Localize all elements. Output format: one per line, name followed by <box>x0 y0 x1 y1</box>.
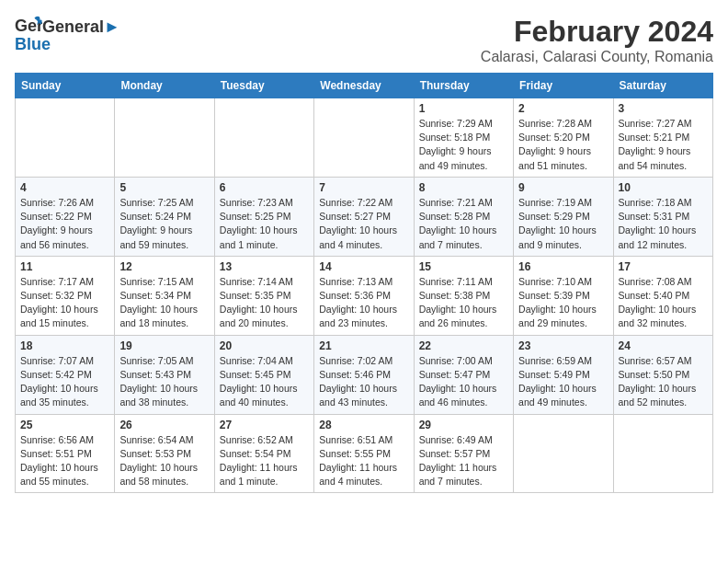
day-info: Sunrise: 7:28 AMSunset: 5:20 PMDaylight:… <box>518 117 608 173</box>
day-number: 6 <box>220 181 309 194</box>
day-number: 3 <box>619 102 708 115</box>
day-info: Sunrise: 7:29 AMSunset: 5:18 PMDaylight:… <box>419 117 508 173</box>
calendar-week-row: 25Sunrise: 6:56 AMSunset: 5:51 PMDayligh… <box>16 414 713 493</box>
calendar-cell: 14Sunrise: 7:13 AMSunset: 5:36 PMDayligh… <box>314 256 414 335</box>
calendar-cell: 18Sunrise: 7:07 AMSunset: 5:42 PMDayligh… <box>16 335 115 414</box>
day-info: Sunrise: 7:27 AMSunset: 5:21 PMDaylight:… <box>619 117 708 173</box>
calendar-cell: 6Sunrise: 7:23 AMSunset: 5:25 PMDaylight… <box>214 177 313 256</box>
day-number: 11 <box>20 260 109 273</box>
day-number: 12 <box>119 260 209 273</box>
calendar-cell: 3Sunrise: 7:27 AMSunset: 5:21 PMDaylight… <box>613 98 712 178</box>
page-title: February 2024 <box>481 15 713 49</box>
page-subtitle: Calarasi, Calarasi County, Romania <box>481 49 713 65</box>
calendar-header-saturday: Saturday <box>613 74 712 98</box>
day-info: Sunrise: 6:54 AMSunset: 5:53 PMDaylight:… <box>119 433 209 489</box>
day-number: 13 <box>220 260 309 273</box>
day-info: Sunrise: 6:52 AMSunset: 5:54 PMDaylight:… <box>220 433 309 489</box>
calendar-cell <box>115 98 214 178</box>
day-number: 24 <box>619 339 708 352</box>
day-number: 29 <box>419 419 508 431</box>
calendar-week-row: 18Sunrise: 7:07 AMSunset: 5:42 PMDayligh… <box>16 335 713 414</box>
calendar-cell: 25Sunrise: 6:56 AMSunset: 5:51 PMDayligh… <box>16 414 115 493</box>
day-info: Sunrise: 7:05 AMSunset: 5:43 PMDaylight:… <box>119 354 209 410</box>
calendar-header-tuesday: Tuesday <box>214 74 313 98</box>
calendar-cell <box>314 98 414 178</box>
day-number: 5 <box>119 181 209 194</box>
calendar-week-row: 11Sunrise: 7:17 AMSunset: 5:32 PMDayligh… <box>16 256 713 335</box>
day-info: Sunrise: 7:07 AMSunset: 5:42 PMDaylight:… <box>20 354 109 410</box>
calendar-cell: 12Sunrise: 7:15 AMSunset: 5:34 PMDayligh… <box>115 256 214 335</box>
day-info: Sunrise: 6:59 AMSunset: 5:49 PMDaylight:… <box>518 354 608 410</box>
day-info: Sunrise: 6:57 AMSunset: 5:50 PMDaylight:… <box>619 354 708 410</box>
day-info: Sunrise: 7:02 AMSunset: 5:46 PMDaylight:… <box>319 354 408 410</box>
calendar-cell: 13Sunrise: 7:14 AMSunset: 5:35 PMDayligh… <box>214 256 313 335</box>
title-block: February 2024 Calarasi, Calarasi County,… <box>481 15 713 65</box>
calendar-cell: 23Sunrise: 6:59 AMSunset: 5:49 PMDayligh… <box>514 335 613 414</box>
calendar-cell <box>16 98 115 178</box>
day-number: 8 <box>419 181 508 194</box>
calendar-cell: 9Sunrise: 7:19 AMSunset: 5:29 PMDaylight… <box>514 177 613 256</box>
day-number: 4 <box>20 181 109 194</box>
day-info: Sunrise: 7:22 AMSunset: 5:27 PMDaylight:… <box>319 196 408 252</box>
day-info: Sunrise: 7:23 AMSunset: 5:25 PMDaylight:… <box>220 196 309 252</box>
calendar-cell: 28Sunrise: 6:51 AMSunset: 5:55 PMDayligh… <box>314 414 414 493</box>
day-number: 9 <box>518 181 608 194</box>
calendar-cell: 2Sunrise: 7:28 AMSunset: 5:20 PMDaylight… <box>514 98 613 178</box>
calendar-cell: 16Sunrise: 7:10 AMSunset: 5:39 PMDayligh… <box>514 256 613 335</box>
calendar-cell: 4Sunrise: 7:26 AMSunset: 5:22 PMDaylight… <box>16 177 115 256</box>
calendar-week-row: 1Sunrise: 7:29 AMSunset: 5:18 PMDaylight… <box>16 98 713 178</box>
day-number: 17 <box>619 260 708 273</box>
day-number: 21 <box>319 339 408 352</box>
day-number: 28 <box>319 419 408 431</box>
day-info: Sunrise: 7:14 AMSunset: 5:35 PMDaylight:… <box>220 275 309 331</box>
calendar-table: SundayMondayTuesdayWednesdayThursdayFrid… <box>15 73 713 493</box>
calendar-cell: 1Sunrise: 7:29 AMSunset: 5:18 PMDaylight… <box>414 98 513 178</box>
calendar-cell: 26Sunrise: 6:54 AMSunset: 5:53 PMDayligh… <box>115 414 214 493</box>
day-info: Sunrise: 7:11 AMSunset: 5:38 PMDaylight:… <box>419 275 508 331</box>
day-info: Sunrise: 7:17 AMSunset: 5:32 PMDaylight:… <box>20 275 109 331</box>
calendar-cell <box>514 414 613 493</box>
logo-blue-label: Blue <box>15 35 51 54</box>
calendar-cell: 7Sunrise: 7:22 AMSunset: 5:27 PMDaylight… <box>314 177 414 256</box>
day-info: Sunrise: 7:00 AMSunset: 5:47 PMDaylight:… <box>419 354 508 410</box>
calendar-cell: 19Sunrise: 7:05 AMSunset: 5:43 PMDayligh… <box>115 335 214 414</box>
calendar-cell: 15Sunrise: 7:11 AMSunset: 5:38 PMDayligh… <box>414 256 513 335</box>
calendar-cell: 8Sunrise: 7:21 AMSunset: 5:28 PMDaylight… <box>414 177 513 256</box>
day-info: Sunrise: 7:13 AMSunset: 5:36 PMDaylight:… <box>319 275 408 331</box>
day-info: Sunrise: 7:10 AMSunset: 5:39 PMDaylight:… <box>518 275 608 331</box>
calendar-week-row: 4Sunrise: 7:26 AMSunset: 5:22 PMDaylight… <box>16 177 713 256</box>
calendar-cell: 21Sunrise: 7:02 AMSunset: 5:46 PMDayligh… <box>314 335 414 414</box>
page-header: Gen General► Blue February 2024 Calarasi… <box>15 15 713 65</box>
logo: Gen General► Blue <box>15 15 120 54</box>
calendar-cell: 5Sunrise: 7:25 AMSunset: 5:24 PMDaylight… <box>115 177 214 256</box>
calendar-header-sunday: Sunday <box>16 74 115 98</box>
calendar-cell: 29Sunrise: 6:49 AMSunset: 5:57 PMDayligh… <box>414 414 513 493</box>
day-number: 26 <box>119 419 209 431</box>
calendar-header-thursday: Thursday <box>414 74 513 98</box>
calendar-cell <box>214 98 313 178</box>
calendar-cell: 24Sunrise: 6:57 AMSunset: 5:50 PMDayligh… <box>613 335 712 414</box>
calendar-cell: 22Sunrise: 7:00 AMSunset: 5:47 PMDayligh… <box>414 335 513 414</box>
day-info: Sunrise: 7:08 AMSunset: 5:40 PMDaylight:… <box>619 275 708 331</box>
day-info: Sunrise: 6:56 AMSunset: 5:51 PMDaylight:… <box>20 433 109 489</box>
day-info: Sunrise: 7:26 AMSunset: 5:22 PMDaylight:… <box>20 196 109 252</box>
day-number: 19 <box>119 339 209 352</box>
day-number: 1 <box>419 102 508 115</box>
calendar-cell <box>613 414 712 493</box>
day-info: Sunrise: 7:19 AMSunset: 5:29 PMDaylight:… <box>518 196 608 252</box>
day-number: 22 <box>419 339 508 352</box>
day-info: Sunrise: 7:15 AMSunset: 5:34 PMDaylight:… <box>119 275 209 331</box>
calendar-cell: 20Sunrise: 7:04 AMSunset: 5:45 PMDayligh… <box>214 335 313 414</box>
day-number: 14 <box>319 260 408 273</box>
calendar-header-monday: Monday <box>115 74 214 98</box>
calendar-cell: 27Sunrise: 6:52 AMSunset: 5:54 PMDayligh… <box>214 414 313 493</box>
calendar-cell: 10Sunrise: 7:18 AMSunset: 5:31 PMDayligh… <box>613 177 712 256</box>
day-info: Sunrise: 6:51 AMSunset: 5:55 PMDaylight:… <box>319 433 408 489</box>
day-info: Sunrise: 7:21 AMSunset: 5:28 PMDaylight:… <box>419 196 508 252</box>
calendar-header-row: SundayMondayTuesdayWednesdayThursdayFrid… <box>16 74 713 98</box>
day-info: Sunrise: 7:25 AMSunset: 5:24 PMDaylight:… <box>119 196 209 252</box>
day-number: 27 <box>220 419 309 431</box>
calendar-cell: 17Sunrise: 7:08 AMSunset: 5:40 PMDayligh… <box>613 256 712 335</box>
day-number: 25 <box>20 419 109 431</box>
day-number: 2 <box>518 102 608 115</box>
